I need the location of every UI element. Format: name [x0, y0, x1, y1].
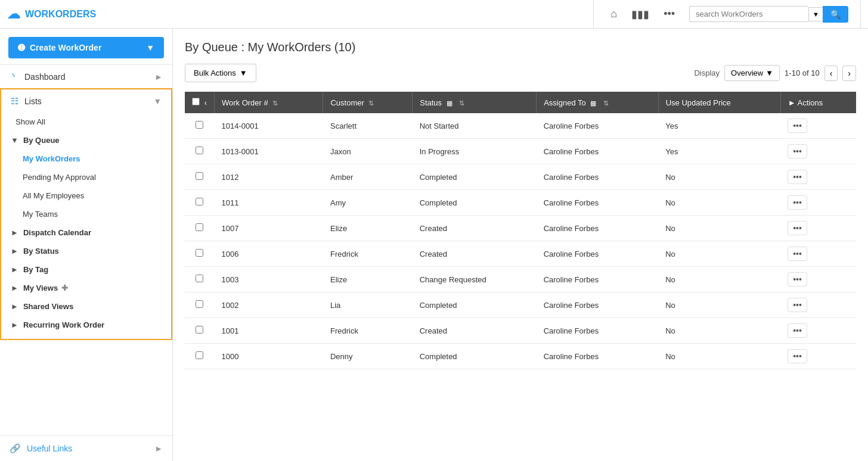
- sidebar-group-by-status[interactable]: ► By Status: [1, 242, 171, 260]
- row-status: Not Started: [413, 113, 537, 139]
- row-checkbox[interactable]: [196, 300, 203, 308]
- row-customer[interactable]: Fredrick: [323, 241, 413, 267]
- row-checkbox-cell: [185, 216, 214, 241]
- lists-header[interactable]: ☷ Lists ▼: [1, 89, 171, 113]
- search-input[interactable]: [689, 6, 808, 22]
- row-checkbox[interactable]: [196, 351, 203, 359]
- dashboard-label: Dashboard: [24, 72, 66, 82]
- row-actions-cell: •••: [780, 241, 856, 267]
- row-work-order-id: 1011: [214, 190, 323, 216]
- row-checkbox[interactable]: [196, 275, 203, 282]
- by-tag-arrow: ►: [11, 265, 18, 274]
- row-status: Created: [413, 216, 537, 241]
- row-checkbox[interactable]: [196, 198, 203, 205]
- row-checkbox[interactable]: [196, 249, 203, 257]
- select-all-checkbox[interactable]: [192, 98, 200, 105]
- work-order-col-label: Work Order #: [222, 98, 268, 107]
- use-updated-price-col-label: Use Updated Price: [666, 98, 731, 107]
- useful-links-label: Useful Links: [27, 444, 72, 453]
- row-work-order-id: 1003: [214, 267, 323, 292]
- row-customer[interactable]: Scarlett: [323, 113, 413, 139]
- my-workorders-label: My WorkOrders: [23, 154, 80, 163]
- row-checkbox[interactable]: [196, 121, 203, 129]
- sidebar-item-my-workorders[interactable]: My WorkOrders: [1, 149, 171, 168]
- row-customer[interactable]: Denny: [323, 344, 413, 369]
- pagination-next-button[interactable]: ›: [842, 66, 856, 81]
- header-checkbox: ‹: [185, 92, 214, 113]
- display-select[interactable]: Overview ▼: [724, 65, 780, 81]
- row-actions-button[interactable]: •••: [788, 221, 807, 235]
- row-checkbox[interactable]: [196, 223, 203, 231]
- home-button[interactable]: ⌂: [606, 5, 622, 23]
- row-actions-button[interactable]: •••: [788, 349, 807, 363]
- toolbar-right: Display Overview ▼ 1-10 of 10 ‹ ›: [694, 65, 856, 81]
- sidebar-group-recurring[interactable]: ► Recurring Work Order: [1, 316, 171, 334]
- row-checkbox[interactable]: [196, 326, 203, 334]
- sidebar-group-by-tag[interactable]: ► By Tag: [1, 260, 171, 279]
- row-customer[interactable]: Jaxon: [323, 139, 413, 164]
- status-sort-icon[interactable]: ⇅: [459, 99, 464, 107]
- row-actions-button[interactable]: •••: [788, 119, 807, 133]
- row-actions-button[interactable]: •••: [788, 247, 807, 261]
- sidebar-group-shared-views[interactable]: ► Shared Views: [1, 297, 171, 316]
- status-filter-icon[interactable]: ▦: [447, 99, 452, 107]
- sidebar-group-my-views[interactable]: ► My Views ✚: [1, 279, 171, 297]
- sidebar-item-show-all[interactable]: Show All: [1, 113, 171, 131]
- create-workorder-button[interactable]: ➊ Create WorkOrder ▼: [8, 37, 164, 58]
- useful-links-arrow: ►: [154, 444, 163, 453]
- sidebar-item-dashboard[interactable]: ⼂ Dashboard ►: [0, 64, 172, 88]
- row-customer[interactable]: Lia: [323, 292, 413, 318]
- bulk-actions-label: Bulk Actions: [194, 68, 236, 77]
- sidebar-group-dispatch-calendar[interactable]: ► Dispatch Calendar: [1, 223, 171, 242]
- assigned-sort-icon[interactable]: ⇅: [603, 99, 609, 107]
- row-work-order-id: 1006: [214, 241, 323, 267]
- table-row: 1006 Fredrick Created Caroline Forbes No…: [185, 241, 856, 267]
- create-workorder-label: Create WorkOrder: [30, 43, 101, 52]
- row-actions-button[interactable]: •••: [788, 144, 807, 158]
- row-customer[interactable]: Fredrick: [323, 318, 413, 344]
- row-customer[interactable]: Amy: [323, 190, 413, 216]
- row-actions-button[interactable]: •••: [788, 323, 807, 338]
- row-actions-button[interactable]: •••: [788, 195, 807, 210]
- sidebar-group-by-queue[interactable]: ▼ By Queue: [1, 131, 171, 149]
- row-actions-button[interactable]: •••: [788, 272, 807, 286]
- add-view-icon[interactable]: ✚: [61, 284, 68, 292]
- table-header-row: ‹ Work Order # ⇅ Customer ⇅ Status ▦ ⇅: [185, 92, 856, 113]
- assigned-filter-icon[interactable]: ▦: [590, 99, 596, 107]
- row-customer[interactable]: Elize: [323, 267, 413, 292]
- row-customer[interactable]: Elize: [323, 216, 413, 241]
- page-title: By Queue : My WorkOrders (10): [185, 41, 856, 54]
- row-assigned-to: Caroline Forbes: [537, 164, 659, 190]
- row-checkbox[interactable]: [196, 147, 203, 154]
- lists-arrow: ▼: [153, 96, 162, 106]
- search-go-button[interactable]: 🔍: [823, 6, 848, 23]
- work-order-sort-icon[interactable]: ⇅: [272, 99, 278, 107]
- row-actions-button[interactable]: •••: [788, 298, 807, 312]
- customer-sort-icon[interactable]: ⇅: [368, 99, 374, 107]
- row-use-updated-price: No: [658, 267, 780, 292]
- pending-approval-label: Pending My Approval: [23, 173, 96, 182]
- row-use-updated-price: No: [658, 164, 780, 190]
- sidebar-item-my-teams[interactable]: My Teams: [1, 205, 171, 223]
- display-label: Display: [694, 68, 720, 77]
- app-logo: ☁ WORKORDERS: [7, 7, 96, 22]
- table-row: 1014-0001 Scarlett Not Started Caroline …: [185, 113, 856, 139]
- row-use-updated-price: Yes: [658, 113, 780, 139]
- table-row: 1013-0001 Jaxon In Progress Caroline For…: [185, 139, 856, 164]
- my-views-arrow: ►: [11, 284, 18, 292]
- more-button[interactable]: •••: [659, 5, 680, 23]
- row-actions-button[interactable]: •••: [788, 170, 807, 184]
- sidebar-item-all-employees[interactable]: All My Employees: [1, 186, 171, 205]
- sidebar-item-pending-approval[interactable]: Pending My Approval: [1, 168, 171, 186]
- bulk-actions-button[interactable]: Bulk Actions ▼: [185, 64, 256, 82]
- row-customer[interactable]: Amber: [323, 164, 413, 190]
- sidebar-item-useful-links[interactable]: 🔗 Useful Links ►: [0, 435, 172, 461]
- row-assigned-to: Caroline Forbes: [537, 241, 659, 267]
- chart-button[interactable]: ▮▮▮: [627, 5, 654, 23]
- pagination-prev-button[interactable]: ‹: [824, 66, 838, 81]
- search-dropdown-button[interactable]: ▼: [808, 7, 823, 21]
- content-toolbar: Bulk Actions ▼ Display Overview ▼ 1-10 o…: [185, 64, 856, 82]
- row-checkbox[interactable]: [196, 172, 203, 180]
- row-work-order-id: 1012: [214, 164, 323, 190]
- row-work-order-id: 1013-0001: [214, 139, 323, 164]
